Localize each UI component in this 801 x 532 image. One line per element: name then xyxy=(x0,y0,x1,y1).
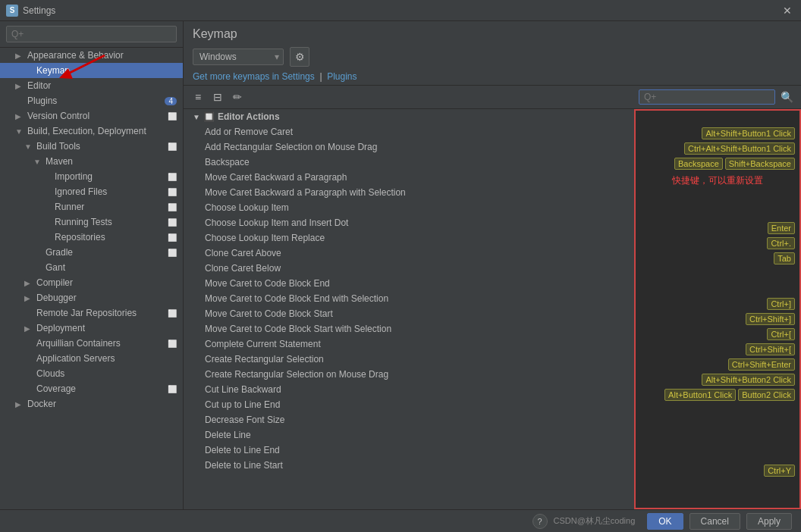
shortcut-kbd-ctrl-shift-lbracket: Ctrl+Shift+[ xyxy=(746,343,795,355)
plugins-link[interactable]: Plugins xyxy=(327,71,357,82)
edit-button[interactable]: ✏ xyxy=(229,89,246,105)
sidebar-label-maven: Maven xyxy=(46,156,73,167)
titlebar: S Settings ✕ xyxy=(0,0,801,21)
tree-label-move-block-end-sel: Move Caret to Code Block End with Select… xyxy=(205,293,388,304)
tree-row-create-rect-selection-drag[interactable]: Create Rectangular Selection on Mouse Dr… xyxy=(184,367,634,382)
sidebar-item-coverage[interactable]: Coverage ⬜ xyxy=(0,381,183,396)
sidebar-item-running-tests[interactable]: Running Tests ⬜ xyxy=(0,214,183,230)
search-options-button[interactable]: 🔍 xyxy=(778,89,795,105)
sidebar-item-gant[interactable]: Gant xyxy=(0,260,183,275)
gradle-copy: ⬜ xyxy=(168,249,177,257)
sidebar-item-importing[interactable]: Importing ⬜ xyxy=(0,169,183,184)
tree-label-move-block-start-sel: Move Caret to Code Block Start with Sele… xyxy=(205,324,391,334)
tree-row-complete-statement[interactable]: Complete Current Statement xyxy=(184,336,634,352)
shortcut-row-ctrl-y: Ctrl+Y xyxy=(636,463,799,478)
sidebar-item-editor[interactable]: ▶ Editor xyxy=(0,78,183,93)
expand-arrow-build: ▼ xyxy=(15,127,24,136)
shortcut-kbd-alt-btn1: Alt+Button1 Click xyxy=(664,389,736,401)
tree-row-move-block-end-sel[interactable]: Move Caret to Code Block End with Select… xyxy=(184,291,634,306)
shortcut-row-empty-1 xyxy=(636,190,799,205)
expand-arrow-debugger: ▶ xyxy=(24,294,33,302)
get-more-keymaps-link[interactable]: Get more keymaps in Settings xyxy=(193,71,315,82)
tree-row-add-remove-caret[interactable]: Add or Remove Caret xyxy=(184,124,634,139)
sidebar-item-plugins[interactable]: Plugins 4 xyxy=(0,93,183,108)
sidebar-item-remote-jar[interactable]: Remote Jar Repositories ⬜ xyxy=(0,305,183,321)
arquillian-copy: ⬜ xyxy=(168,340,177,348)
tree-row-add-rect-selection[interactable]: Add Rectangular Selection on Mouse Drag xyxy=(184,139,634,155)
tree-row-move-caret-back-para-sel[interactable]: Move Caret Backward a Paragraph with Sel… xyxy=(184,185,634,200)
close-button[interactable]: ✕ xyxy=(780,3,795,18)
sidebar-item-ignored-files[interactable]: Ignored Files ⬜ xyxy=(0,184,183,199)
tree-row-move-block-start-sel[interactable]: Move Caret to Code Block Start with Sele… xyxy=(184,321,634,336)
tree-row-delete-to-line-start[interactable]: Delete to Line Start xyxy=(184,458,634,473)
shortcut-row-alt-shift-btn2: Alt+Shift+Button2 Click xyxy=(636,372,799,387)
sidebar-item-debugger[interactable]: ▶ Debugger xyxy=(0,290,183,305)
sidebar-search-box xyxy=(0,21,183,48)
window-title: Settings xyxy=(23,5,780,16)
tree-row-choose-lookup[interactable]: Choose Lookup Item xyxy=(184,200,634,215)
sidebar-item-gradle[interactable]: Gradle ⬜ xyxy=(0,245,183,260)
help-button[interactable]: ? xyxy=(532,514,548,529)
sidebar-item-app-servers[interactable]: Application Servers xyxy=(0,351,183,366)
arrow-clouds xyxy=(24,370,33,378)
expand-all-button[interactable]: ≡ xyxy=(190,89,206,105)
sidebar-label-build-exec: Build, Execution, Deployment xyxy=(27,126,146,136)
shortcut-row-empty-6 xyxy=(636,418,799,433)
tree-row-move-block-end[interactable]: Move Caret to Code Block End xyxy=(184,276,634,291)
tree-row-backspace[interactable]: Backspace xyxy=(184,155,634,170)
tree-row-cut-to-line-end[interactable]: Cut up to Line End xyxy=(184,397,634,412)
tree-arrow-editor-actions: ▼ xyxy=(193,113,203,121)
gear-button[interactable]: ⚙ xyxy=(290,47,309,67)
sidebar-item-version-control[interactable]: ▶ Version Control ⬜ xyxy=(0,108,183,124)
sidebar-item-appearance[interactable]: ▶ Appearance & Behavior xyxy=(0,48,183,63)
shortcut-kbd-ctrl-y: Ctrl+Y xyxy=(764,465,795,477)
tree-row-cut-line-back[interactable]: Cut Line Backward xyxy=(184,382,634,397)
sidebar-item-deployment[interactable]: ▶ Deployment xyxy=(0,321,183,336)
shortcut-row-ctrl-shift-enter: Ctrl+Shift+Enter xyxy=(636,357,799,372)
keymap-select[interactable]: Windows Mac OS X Linux xyxy=(193,49,284,65)
tree-label-move-block-start: Move Caret to Code Block Start xyxy=(205,308,333,319)
sidebar-label-deployment: Deployment xyxy=(36,323,85,333)
sidebar-item-compiler[interactable]: ▶ Compiler xyxy=(0,275,183,290)
importing-copy: ⬜ xyxy=(168,173,177,181)
sidebar-item-runner[interactable]: Runner ⬜ xyxy=(0,199,183,214)
tree-row-create-rect-selection[interactable]: Create Rectangular Selection xyxy=(184,352,634,367)
shortcut-kbd-btn2: Button2 Click xyxy=(738,389,795,401)
action-search-input[interactable] xyxy=(639,89,775,105)
apply-button[interactable]: Apply xyxy=(746,513,792,530)
shortcut-kbd-ctrl-lbracket: Ctrl+[ xyxy=(767,328,795,340)
collapse-all-button[interactable]: ⊟ xyxy=(209,89,226,105)
tree-row-delete-to-line-end[interactable]: Delete to Line End xyxy=(184,443,634,458)
tree-row-choose-lookup-replace[interactable]: Choose Lookup Item Replace xyxy=(184,230,634,246)
cancel-button[interactable]: Cancel xyxy=(689,513,740,530)
tree-row-delete-line[interactable]: Delete Line xyxy=(184,427,634,443)
arrow-coverage xyxy=(24,385,33,393)
arrow-runner xyxy=(42,203,52,211)
shortcut-kbd-ctrl-shift-enter: Ctrl+Shift+Enter xyxy=(728,358,795,371)
sidebar-item-maven[interactable]: ▼ Maven xyxy=(0,154,183,169)
expand-arrow-appearance: ▶ xyxy=(15,52,24,60)
sidebar-item-repositories[interactable]: Repositories ⬜ xyxy=(0,230,183,245)
ok-button[interactable]: OK xyxy=(647,513,683,530)
tree-label-clone-below: Clone Caret Below xyxy=(205,263,281,274)
sidebar-item-keymap[interactable]: Keymap xyxy=(0,63,183,78)
arrow-arquillian xyxy=(24,340,33,348)
tree-row-clone-caret-above[interactable]: Clone Caret Above xyxy=(184,246,634,261)
sidebar-label-keymap: Keymap xyxy=(36,65,70,76)
tree-row-move-caret-back-para[interactable]: Move Caret Backward a Paragraph xyxy=(184,170,634,185)
tree-row-choose-lookup-dot[interactable]: Choose Lookup Item and Insert Dot xyxy=(184,215,634,230)
tree-row-clone-caret-below[interactable]: Clone Caret Below xyxy=(184,261,634,276)
sidebar-search-input[interactable] xyxy=(6,26,177,42)
sidebar-item-build-exec[interactable]: ▼ Build, Execution, Deployment xyxy=(0,124,183,139)
shortcut-row-backspace: Backspace Shift+Backspace xyxy=(636,156,799,171)
sidebar-item-arquillian[interactable]: Arquillian Containers ⬜ xyxy=(0,336,183,351)
runner-copy: ⬜ xyxy=(168,203,177,211)
shortcut-panel: Alt+Shift+Button1 Click Ctrl+Alt+Shift+B… xyxy=(634,109,801,509)
tree-row-editor-actions[interactable]: ▼ 🔲 Editor Actions xyxy=(184,109,634,124)
sidebar-item-build-tools[interactable]: ▼ Build Tools ⬜ xyxy=(0,139,183,154)
sidebar-item-docker[interactable]: ▶ Docker xyxy=(0,396,183,412)
tree-row-decrease-font[interactable]: Decrease Font Size xyxy=(184,412,634,427)
shortcut-row-empty-4 xyxy=(636,281,799,296)
sidebar-item-clouds[interactable]: Clouds xyxy=(0,366,183,381)
tree-row-move-block-start[interactable]: Move Caret to Code Block Start xyxy=(184,306,634,321)
